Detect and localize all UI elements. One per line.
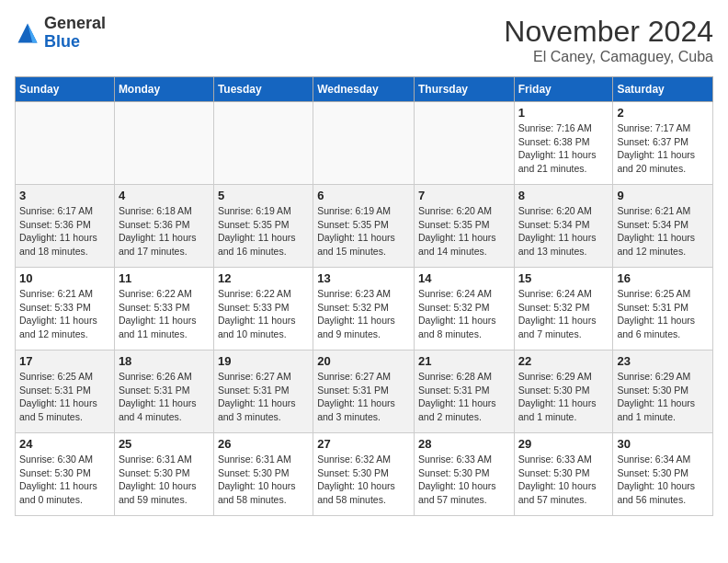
calendar-cell: 23Sunrise: 6:29 AM Sunset: 5:30 PM Dayli…: [613, 350, 713, 433]
day-info: Sunrise: 6:22 AM Sunset: 5:33 PM Dayligh…: [119, 287, 210, 341]
day-number: 5: [218, 189, 309, 202]
day-info: Sunrise: 6:19 AM Sunset: 5:35 PM Dayligh…: [218, 204, 309, 259]
day-number: 28: [418, 437, 510, 451]
weekday-header-wednesday: Wednesday: [313, 77, 415, 102]
day-info: Sunrise: 6:33 AM Sunset: 5:30 PM Dayligh…: [518, 453, 609, 507]
day-info: Sunrise: 7:17 AM Sunset: 6:37 PM Dayligh…: [617, 121, 709, 176]
calendar-cell: 2Sunrise: 7:17 AM Sunset: 6:37 PM Daylig…: [613, 102, 713, 185]
calendar-cell: 5Sunrise: 6:19 AM Sunset: 5:35 PM Daylig…: [213, 185, 313, 268]
day-info: Sunrise: 6:28 AM Sunset: 5:31 PM Dayligh…: [418, 370, 510, 424]
calendar-cell: 12Sunrise: 6:22 AM Sunset: 5:33 PM Dayli…: [213, 268, 313, 350]
weekday-header-thursday: Thursday: [414, 77, 514, 102]
location-subtitle: El Caney, Camaguey, Cuba: [504, 49, 713, 65]
day-info: Sunrise: 6:22 AM Sunset: 5:33 PM Dayligh…: [218, 287, 309, 341]
weekday-header-friday: Friday: [514, 77, 613, 102]
day-number: 24: [19, 437, 110, 451]
day-number: 12: [218, 271, 309, 285]
calendar-cell: 9Sunrise: 6:21 AM Sunset: 5:34 PM Daylig…: [613, 185, 713, 268]
week-row-5: 24Sunrise: 6:30 AM Sunset: 5:30 PM Dayli…: [16, 433, 713, 516]
day-number: 23: [617, 354, 709, 368]
day-info: Sunrise: 6:26 AM Sunset: 5:31 PM Dayligh…: [119, 370, 210, 424]
calendar-cell: [313, 102, 415, 185]
title-area: November 2024 El Caney, Camaguey, Cuba: [504, 15, 713, 65]
day-number: 26: [218, 437, 309, 451]
day-number: 8: [518, 189, 609, 202]
day-info: Sunrise: 6:25 AM Sunset: 5:31 PM Dayligh…: [617, 287, 709, 341]
day-number: 29: [518, 437, 609, 451]
day-info: Sunrise: 6:17 AM Sunset: 5:36 PM Dayligh…: [19, 204, 110, 259]
page-header: General Blue November 2024 El Caney, Cam…: [15, 15, 713, 65]
week-row-1: 1Sunrise: 7:16 AM Sunset: 6:38 PM Daylig…: [16, 102, 713, 185]
calendar-cell: 22Sunrise: 6:29 AM Sunset: 5:30 PM Dayli…: [514, 350, 613, 433]
week-row-4: 17Sunrise: 6:25 AM Sunset: 5:31 PM Dayli…: [16, 350, 713, 433]
day-info: Sunrise: 6:25 AM Sunset: 5:31 PM Dayligh…: [19, 370, 110, 424]
day-number: 22: [518, 354, 609, 368]
calendar-cell: 14Sunrise: 6:24 AM Sunset: 5:32 PM Dayli…: [414, 268, 514, 350]
day-number: 1: [518, 106, 609, 120]
day-info: Sunrise: 6:19 AM Sunset: 5:35 PM Dayligh…: [317, 204, 410, 259]
calendar-cell: 27Sunrise: 6:32 AM Sunset: 5:30 PM Dayli…: [313, 433, 415, 516]
month-title: November 2024: [504, 15, 713, 49]
day-info: Sunrise: 6:24 AM Sunset: 5:32 PM Dayligh…: [518, 287, 609, 341]
calendar-cell: 7Sunrise: 6:20 AM Sunset: 5:35 PM Daylig…: [414, 185, 514, 268]
calendar-cell: 20Sunrise: 6:27 AM Sunset: 5:31 PM Dayli…: [313, 350, 415, 433]
day-number: 15: [518, 271, 609, 285]
day-info: Sunrise: 6:18 AM Sunset: 5:36 PM Dayligh…: [119, 204, 210, 259]
day-number: 2: [617, 106, 709, 120]
day-info: Sunrise: 6:21 AM Sunset: 5:33 PM Dayligh…: [19, 287, 110, 341]
day-info: Sunrise: 7:16 AM Sunset: 6:38 PM Dayligh…: [518, 121, 609, 176]
calendar-cell: 26Sunrise: 6:31 AM Sunset: 5:30 PM Dayli…: [213, 433, 313, 516]
day-number: 16: [617, 271, 709, 285]
day-info: Sunrise: 6:32 AM Sunset: 5:30 PM Dayligh…: [317, 453, 410, 507]
logo: General Blue: [15, 15, 106, 52]
logo-icon: [15, 20, 40, 46]
day-info: Sunrise: 6:23 AM Sunset: 5:32 PM Dayligh…: [317, 287, 410, 341]
day-number: 13: [317, 271, 410, 285]
calendar-cell: [414, 102, 514, 185]
weekday-header-tuesday: Tuesday: [213, 77, 313, 102]
logo-text: General Blue: [44, 15, 106, 52]
day-info: Sunrise: 6:30 AM Sunset: 5:30 PM Dayligh…: [19, 453, 110, 507]
day-info: Sunrise: 6:21 AM Sunset: 5:34 PM Dayligh…: [617, 204, 709, 259]
calendar-cell: [16, 102, 115, 185]
calendar-cell: 13Sunrise: 6:23 AM Sunset: 5:32 PM Dayli…: [313, 268, 415, 350]
day-number: 18: [119, 354, 210, 368]
day-number: 6: [317, 189, 410, 202]
day-info: Sunrise: 6:20 AM Sunset: 5:35 PM Dayligh…: [418, 204, 510, 259]
calendar-cell: 19Sunrise: 6:27 AM Sunset: 5:31 PM Dayli…: [213, 350, 313, 433]
day-number: 17: [19, 354, 110, 368]
weekday-header-row: SundayMondayTuesdayWednesdayThursdayFrid…: [16, 77, 713, 102]
day-info: Sunrise: 6:20 AM Sunset: 5:34 PM Dayligh…: [518, 204, 609, 259]
calendar-cell: 3Sunrise: 6:17 AM Sunset: 5:36 PM Daylig…: [16, 185, 115, 268]
day-number: 30: [617, 437, 709, 451]
day-info: Sunrise: 6:29 AM Sunset: 5:30 PM Dayligh…: [617, 370, 709, 424]
day-info: Sunrise: 6:24 AM Sunset: 5:32 PM Dayligh…: [418, 287, 510, 341]
weekday-header-saturday: Saturday: [613, 77, 713, 102]
calendar-cell: [114, 102, 213, 185]
day-info: Sunrise: 6:27 AM Sunset: 5:31 PM Dayligh…: [317, 370, 410, 424]
calendar-cell: 6Sunrise: 6:19 AM Sunset: 5:35 PM Daylig…: [313, 185, 415, 268]
calendar-cell: 29Sunrise: 6:33 AM Sunset: 5:30 PM Dayli…: [514, 433, 613, 516]
calendar-cell: 30Sunrise: 6:34 AM Sunset: 5:30 PM Dayli…: [613, 433, 713, 516]
day-number: 25: [119, 437, 210, 451]
day-number: 7: [418, 189, 510, 202]
day-info: Sunrise: 6:31 AM Sunset: 5:30 PM Dayligh…: [218, 453, 309, 507]
calendar-cell: 25Sunrise: 6:31 AM Sunset: 5:30 PM Dayli…: [114, 433, 213, 516]
day-number: 21: [418, 354, 510, 368]
calendar-cell: [213, 102, 313, 185]
calendar-cell: 11Sunrise: 6:22 AM Sunset: 5:33 PM Dayli…: [114, 268, 213, 350]
day-number: 20: [317, 354, 410, 368]
day-info: Sunrise: 6:33 AM Sunset: 5:30 PM Dayligh…: [418, 453, 510, 507]
day-info: Sunrise: 6:29 AM Sunset: 5:30 PM Dayligh…: [518, 370, 609, 424]
weekday-header-monday: Monday: [114, 77, 213, 102]
calendar-cell: 21Sunrise: 6:28 AM Sunset: 5:31 PM Dayli…: [414, 350, 514, 433]
calendar-cell: 15Sunrise: 6:24 AM Sunset: 5:32 PM Dayli…: [514, 268, 613, 350]
calendar-cell: 10Sunrise: 6:21 AM Sunset: 5:33 PM Dayli…: [16, 268, 115, 350]
day-number: 3: [19, 189, 110, 202]
day-number: 4: [119, 189, 210, 202]
day-number: 9: [617, 189, 709, 202]
calendar-cell: 17Sunrise: 6:25 AM Sunset: 5:31 PM Dayli…: [16, 350, 115, 433]
week-row-2: 3Sunrise: 6:17 AM Sunset: 5:36 PM Daylig…: [16, 185, 713, 268]
logo-general: General: [44, 14, 106, 32]
calendar-cell: 8Sunrise: 6:20 AM Sunset: 5:34 PM Daylig…: [514, 185, 613, 268]
